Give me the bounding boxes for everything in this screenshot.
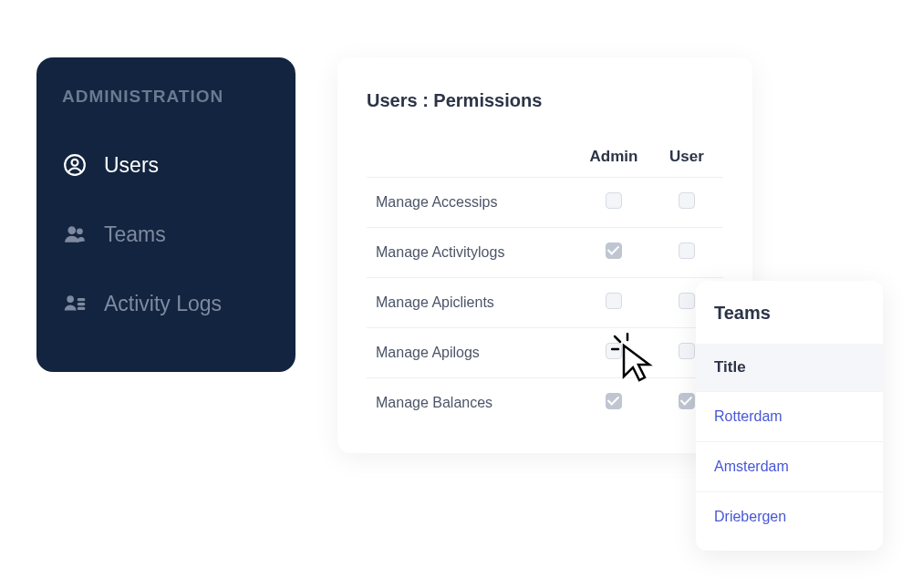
svg-rect-6	[78, 303, 85, 304]
permission-label: Manage Balances	[367, 378, 577, 428]
permission-label: Manage Apilogs	[367, 328, 577, 378]
column-header-user: User	[650, 137, 723, 178]
sidebar-item-label: Activity Logs	[104, 292, 222, 316]
checkbox-admin[interactable]	[606, 192, 622, 209]
checkbox-admin[interactable]	[606, 293, 622, 309]
checkbox-user[interactable]	[679, 242, 695, 259]
teams-column-header: Title	[696, 344, 883, 391]
sidebar-heading: ADMINISTRATION	[62, 87, 270, 107]
table-row: Manage Apilogs	[367, 328, 723, 378]
teams-row[interactable]: Amsterdam	[696, 441, 883, 491]
user-circle-icon	[62, 152, 88, 178]
permission-label: Manage Activitylogs	[367, 228, 577, 278]
svg-point-2	[68, 227, 76, 234]
sidebar-item-label: Users	[104, 153, 159, 178]
sidebar-item-teams[interactable]: Teams	[62, 209, 270, 260]
permission-label: Manage Accessips	[367, 178, 577, 228]
svg-point-3	[78, 229, 83, 234]
table-row: Manage Activitylogs	[367, 228, 723, 278]
checkbox-admin[interactable]	[606, 393, 622, 409]
permissions-table: Admin User Manage Accessips Manage Activ…	[367, 137, 723, 428]
checkbox-admin[interactable]	[606, 343, 622, 359]
table-row: Manage Apiclients	[367, 278, 723, 328]
checkbox-user[interactable]	[679, 192, 695, 209]
column-header-admin: Admin	[577, 137, 650, 178]
table-row: Manage Balances	[367, 378, 723, 428]
team-icon	[62, 222, 88, 247]
sidebar-item-users[interactable]: Users	[62, 139, 270, 191]
svg-rect-7	[78, 307, 85, 309]
checkbox-user[interactable]	[679, 343, 695, 359]
sidebar-item-label: Teams	[104, 222, 166, 247]
sidebar: ADMINISTRATION Users Teams	[36, 57, 295, 372]
teams-panel: Teams Title Rotterdam Amsterdam Drieberg…	[696, 281, 883, 551]
permission-label: Manage Apiclients	[367, 278, 577, 328]
permissions-title: Users : Permissions	[367, 90, 723, 111]
permissions-panel: Users : Permissions Admin User Manage Ac…	[337, 57, 752, 453]
svg-point-1	[72, 160, 78, 166]
table-row: Manage Accessips	[367, 178, 723, 228]
checkbox-user[interactable]	[679, 293, 695, 309]
person-list-icon	[62, 291, 88, 316]
svg-rect-5	[78, 299, 85, 301]
teams-title: Teams	[696, 303, 883, 344]
teams-row[interactable]: Driebergen	[696, 491, 883, 542]
svg-point-4	[67, 296, 74, 303]
checkbox-admin[interactable]	[606, 242, 622, 259]
teams-row[interactable]: Rotterdam	[696, 391, 883, 441]
checkbox-user[interactable]	[679, 393, 695, 409]
sidebar-item-activity-logs[interactable]: Activity Logs	[62, 278, 270, 329]
